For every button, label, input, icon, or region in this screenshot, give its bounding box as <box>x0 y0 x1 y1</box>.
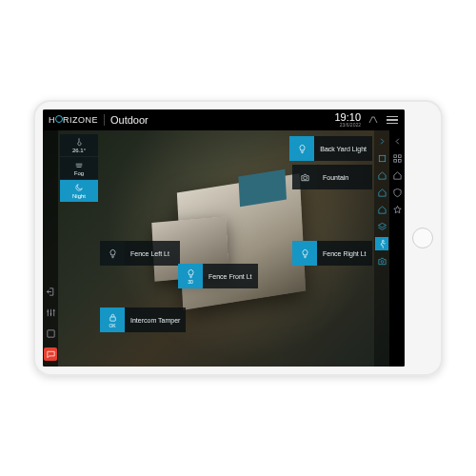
nav-rail <box>389 130 405 367</box>
info-scene-label: Night <box>72 193 86 199</box>
page-title: Outdoor <box>104 114 149 126</box>
tile-intercom[interactable]: OK Intercom Tamper <box>100 307 186 332</box>
floorplan-canvas[interactable]: 26.1° Fog Night Back Yard Light Fountain <box>43 130 405 367</box>
svg-rect-7 <box>398 154 401 157</box>
tile-label: Fence Left Lt <box>125 241 180 266</box>
svg-point-1 <box>303 176 307 180</box>
tile-label: Fence Front Lt <box>203 264 258 288</box>
info-weather: Fog <box>60 157 98 180</box>
svg-rect-3 <box>379 155 385 161</box>
arrow-right-icon[interactable] <box>375 134 388 148</box>
clock-date: 23/6/2022 <box>334 123 361 128</box>
settings-icon[interactable] <box>367 113 380 127</box>
tablet-frame: HRIZONE Outdoor 19:10 23/6/2022 <box>33 100 443 376</box>
tile-fountain[interactable]: Fountain <box>292 165 372 189</box>
info-temp-value: 26.1° <box>72 148 86 153</box>
tile-backyard[interactable]: Back Yard Light <box>289 136 372 161</box>
house-render <box>177 173 307 309</box>
tile-fence-right[interactable]: Fence Right Lt <box>292 241 372 266</box>
category-rail <box>374 130 389 367</box>
thermometer-icon <box>74 137 84 147</box>
tile-label: Fountain <box>317 165 372 189</box>
keypad-icon[interactable] <box>44 327 57 340</box>
home-outline-icon[interactable] <box>375 186 388 199</box>
bulb-icon <box>289 136 314 161</box>
home-icon[interactable] <box>390 169 404 182</box>
tile-label: Fence Right Lt <box>317 241 372 266</box>
svg-rect-2 <box>109 317 115 321</box>
person-run-icon[interactable] <box>375 237 388 250</box>
tile-label: Back Yard Light <box>314 136 372 161</box>
home-outline-icon[interactable] <box>375 169 388 182</box>
top-bar: HRIZONE Outdoor 19:10 23/6/2022 <box>43 109 405 130</box>
moon-icon <box>74 183 84 192</box>
left-rail <box>43 130 58 367</box>
info-temp: 26.1° <box>60 134 98 157</box>
camera-icon <box>292 165 317 189</box>
bulb-icon <box>292 241 317 266</box>
tile-sub: 30 <box>188 279 193 285</box>
tile-sub: OK <box>109 323 115 328</box>
grid-icon[interactable] <box>390 151 404 165</box>
square-icon[interactable] <box>375 151 388 165</box>
svg-point-4 <box>382 240 384 242</box>
fog-icon <box>74 160 84 169</box>
exit-icon[interactable] <box>44 285 57 298</box>
bulb-icon <box>100 241 125 266</box>
shield-home-icon[interactable] <box>390 186 404 199</box>
brand-logo: HRIZONE <box>49 115 98 125</box>
chat-alert-icon[interactable] <box>44 347 57 361</box>
menu-icon[interactable] <box>386 113 399 127</box>
sliders-icon[interactable] <box>44 306 57 319</box>
back-icon[interactable] <box>390 134 404 148</box>
brand-post: RIZONE <box>63 115 98 125</box>
svg-rect-9 <box>398 159 401 162</box>
tile-fence-front[interactable]: 30 Fence Front Lt <box>178 264 258 288</box>
home-outline-icon[interactable] <box>375 203 388 216</box>
svg-point-5 <box>381 260 384 263</box>
svg-rect-6 <box>393 154 396 157</box>
brand-pre: H <box>49 115 55 125</box>
app-screen: HRIZONE Outdoor 19:10 23/6/2022 <box>43 109 405 367</box>
star-icon[interactable] <box>390 203 404 216</box>
layers-icon[interactable] <box>375 220 388 233</box>
brand-ring-icon <box>55 115 63 123</box>
tile-label: Intercom Tamper <box>125 307 186 332</box>
info-card: 26.1° Fog Night <box>60 134 98 202</box>
tile-fence-left[interactable]: Fence Left Lt <box>100 241 180 266</box>
lock-icon: OK <box>100 307 125 332</box>
info-scene[interactable]: Night <box>60 180 98 202</box>
bulb-icon: 30 <box>178 264 203 288</box>
tablet-home-button[interactable] <box>412 228 433 248</box>
svg-rect-8 <box>393 159 396 162</box>
clock: 19:10 23/6/2022 <box>334 112 361 128</box>
camera-outline-icon[interactable] <box>375 254 388 268</box>
info-weather-label: Fog <box>74 170 84 176</box>
